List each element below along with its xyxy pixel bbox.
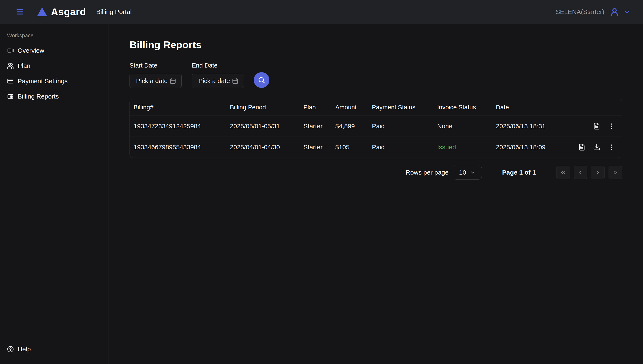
end-date-picker[interactable]: Pick a date — [192, 74, 244, 88]
users-icon — [7, 62, 14, 69]
file-text-icon — [578, 144, 585, 151]
start-date-picker[interactable]: Pick a date — [129, 74, 182, 88]
cell-amount: $4,899 — [335, 122, 372, 130]
sidebar-item-label: Plan — [18, 62, 30, 70]
chevron-down-icon — [470, 170, 476, 175]
help-circle-icon — [7, 346, 14, 352]
start-date-label: Start Date — [129, 62, 182, 69]
help-label: Help — [18, 346, 31, 353]
cell-billing-period: 2025/04/01-04/30 — [230, 144, 303, 151]
row-actions — [578, 143, 615, 151]
cell-plan: Starter — [303, 144, 335, 151]
billing-table: Billing# Billing Period Plan Amount Paym… — [129, 99, 622, 158]
view-invoice-button[interactable] — [578, 143, 586, 151]
row-menu-button[interactable] — [607, 122, 615, 130]
file-text-icon — [593, 122, 600, 130]
table-row: 1933466798955433984 2025/04/01-04/30 Sta… — [130, 136, 622, 158]
cell-amount: $105 — [335, 144, 372, 151]
end-date-group: End Date Pick a date — [192, 62, 244, 88]
chevrons-left-icon — [560, 170, 566, 176]
first-page-button[interactable] — [556, 166, 570, 179]
logo-triangle-icon — [37, 8, 47, 16]
user-plan-label: SELENA(Starter) — [556, 8, 604, 16]
next-page-button[interactable] — [591, 166, 605, 179]
sidebar-section-label: Workspace — [7, 32, 103, 39]
portal-title: Billing Portal — [96, 8, 132, 16]
rows-per-page-value: 10 — [459, 169, 466, 176]
sidebar-item-overview[interactable]: Overview — [7, 43, 103, 58]
user-menu-button[interactable] — [610, 7, 631, 16]
filters-bar: Start Date Pick a date End Date Pick a d… — [129, 62, 622, 88]
download-icon — [593, 144, 600, 151]
kebab-menu-icon — [608, 122, 615, 130]
column-header-payment-status: Payment Status — [372, 104, 437, 111]
column-header-billing-no: Billing# — [134, 104, 230, 111]
end-date-label: End Date — [192, 62, 244, 69]
sidebar: Workspace Overview Plan Payment Settings… — [0, 24, 108, 364]
row-menu-button[interactable] — [607, 143, 615, 151]
overview-panels-icon — [7, 47, 14, 54]
calendar-icon — [232, 78, 239, 84]
cell-date: 2025/06/13 18:09 — [496, 144, 578, 151]
wallet-icon — [7, 93, 14, 100]
main-content: Billing Reports Start Date Pick a date E… — [108, 24, 643, 364]
cell-invoice-status: None — [437, 122, 496, 130]
page-info: Page 1 of 1 — [502, 169, 536, 176]
column-header-date: Date — [496, 104, 615, 111]
column-header-amount: Amount — [335, 104, 372, 111]
cell-invoice-status: Issued — [437, 144, 496, 151]
previous-page-button[interactable] — [574, 166, 587, 179]
calendar-icon — [169, 78, 176, 84]
cell-date: 2025/06/13 18:31 — [496, 122, 593, 130]
search-icon — [258, 76, 265, 84]
table-header-row: Billing# Billing Period Plan Amount Paym… — [130, 99, 622, 116]
sidebar-item-label: Billing Reports — [18, 93, 59, 100]
pager-buttons — [556, 166, 622, 179]
table-row: 1933472334912425984 2025/05/01-05/31 Sta… — [130, 116, 622, 136]
user-area: SELENA(Starter) — [556, 7, 631, 16]
sidebar-item-payment-settings[interactable]: Payment Settings — [7, 74, 103, 89]
sidebar-item-label: Overview — [18, 47, 44, 54]
search-button[interactable] — [254, 72, 269, 88]
app-logo: Asgard — [37, 6, 86, 18]
chevrons-right-icon — [612, 170, 618, 176]
rows-per-page-select[interactable]: 10 — [453, 165, 482, 180]
credit-card-icon — [7, 78, 14, 84]
last-page-button[interactable] — [608, 166, 622, 179]
rows-per-page-label: Rows per page — [406, 169, 449, 176]
start-date-group: Start Date Pick a date — [129, 62, 182, 88]
start-date-value: Pick a date — [136, 77, 167, 84]
sidebar-item-billing-reports[interactable]: Billing Reports — [7, 89, 103, 104]
column-header-plan: Plan — [303, 104, 335, 111]
page-title: Billing Reports — [129, 39, 622, 50]
column-header-invoice-status: Invoice Status — [437, 104, 496, 111]
view-invoice-button[interactable] — [593, 122, 601, 130]
end-date-value: Pick a date — [198, 77, 230, 84]
cell-billing-period: 2025/05/01-05/31 — [230, 122, 303, 130]
help-button[interactable]: Help — [7, 342, 103, 357]
chevron-right-icon — [595, 170, 601, 176]
app-name: Asgard — [51, 6, 86, 18]
column-header-billing-period: Billing Period — [230, 104, 303, 111]
kebab-menu-icon — [608, 144, 615, 151]
menu-icon[interactable] — [14, 6, 26, 18]
chevron-down-icon — [623, 8, 631, 16]
sidebar-item-label: Payment Settings — [18, 78, 68, 85]
cell-payment-status: Paid — [372, 122, 437, 130]
cell-payment-status: Paid — [372, 144, 437, 151]
chevron-left-icon — [577, 170, 583, 176]
cell-billing-no: 1933472334912425984 — [134, 122, 230, 130]
user-icon — [610, 7, 619, 16]
sidebar-item-plan[interactable]: Plan — [7, 58, 103, 74]
pagination-bar: Rows per page 10 Page 1 of 1 — [129, 165, 622, 180]
top-bar: Asgard Billing Portal SELENA(Starter) — [0, 0, 643, 24]
download-invoice-button[interactable] — [593, 143, 601, 151]
cell-plan: Starter — [303, 122, 335, 130]
row-actions — [593, 122, 615, 130]
cell-billing-no: 1933466798955433984 — [134, 144, 230, 151]
sidebar-spacer — [7, 104, 103, 342]
